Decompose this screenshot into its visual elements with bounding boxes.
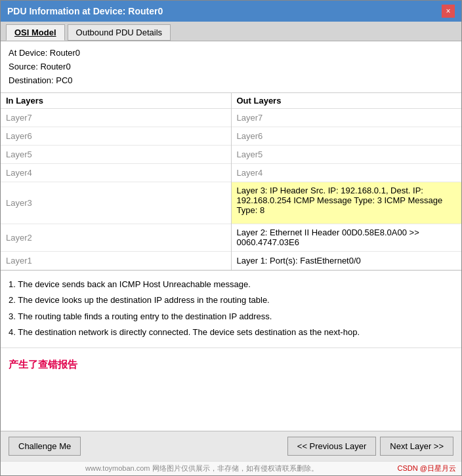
source: Source: Router0: [9, 60, 453, 74]
description-area: 1. The device sends back an ICMP Host Un…: [1, 271, 461, 347]
in-layer2: Layer2: [1, 224, 231, 252]
out-layer1[interactable]: Layer 1: Port(s): FastEthernet0/0: [232, 252, 462, 270]
previous-layer-button[interactable]: << Previous Layer: [287, 437, 377, 456]
in-layers-panel: In Layers Layer7 Layer6 Layer5 Layer4 La…: [1, 93, 232, 270]
tab-osi-model[interactable]: OSI Model: [6, 24, 65, 41]
challenge-me-button[interactable]: Challenge Me: [9, 437, 81, 456]
out-layer4: Layer4: [232, 164, 462, 182]
tab-outbound-pdu[interactable]: Outbound PDU Details: [68, 24, 171, 41]
window-title: PDU Information at Device: Router0: [7, 6, 163, 16]
out-layer6: Layer6: [232, 127, 462, 146]
footer-left: Challenge Me: [9, 437, 81, 456]
desc-1: 1. The device sends back an ICMP Host Un…: [9, 277, 453, 292]
close-button[interactable]: ×: [442, 5, 455, 18]
desc-2: 2. The device looks up the destination I…: [9, 293, 453, 307]
desc-3: 3. The routing table finds a routing ent…: [9, 309, 453, 324]
title-bar: PDU Information at Device: Router0 ×: [1, 1, 461, 22]
out-layers-header: Out Layers: [232, 93, 462, 109]
watermark-bar: www.toymoban.com 网络图片仅供展示，非存储，如有侵权请联系删除。…: [1, 461, 461, 475]
out-layer3[interactable]: Layer 3: IP Header Src. IP: 192.168.0.1,…: [232, 182, 462, 224]
out-layers-panel: Out Layers Layer7 Layer6 Layer5 Layer4 L…: [232, 93, 462, 270]
error-report: 产生了查错报告: [1, 348, 461, 431]
in-layer6: Layer6: [1, 127, 231, 146]
device-info: At Device: Router0 Source: Router0 Desti…: [1, 41, 461, 93]
csdn-label: CSDN @日星月云: [398, 464, 456, 473]
out-layer5: Layer5: [232, 146, 462, 164]
next-layer-button[interactable]: Next Layer >>: [380, 437, 453, 456]
watermark-text: www.toymoban.com 网络图片仅供展示，非存储，如有侵权请联系删除。: [85, 464, 318, 472]
in-layer1: Layer1: [1, 252, 231, 270]
footer: Challenge Me << Previous Layer Next Laye…: [1, 431, 461, 461]
out-layer2[interactable]: Layer 2: Ethernet II Header 00D0.58E8.0A…: [232, 224, 462, 252]
in-layer7: Layer7: [1, 109, 231, 127]
out-layer7: Layer7: [232, 109, 462, 127]
in-layers-header: In Layers: [1, 93, 231, 109]
destination: Destination: PC0: [9, 74, 453, 88]
tab-bar: OSI Model Outbound PDU Details: [1, 22, 461, 41]
layers-container: In Layers Layer7 Layer6 Layer5 Layer4 La…: [1, 93, 461, 271]
in-layer5: Layer5: [1, 146, 231, 164]
footer-right: << Previous Layer Next Layer >>: [287, 437, 453, 456]
desc-4: 4. The destination network is directly c…: [9, 325, 453, 340]
at-device: At Device: Router0: [9, 47, 453, 60]
in-layer4: Layer4: [1, 164, 231, 182]
main-window: PDU Information at Device: Router0 × OSI…: [0, 0, 462, 476]
in-layer3: Layer3: [1, 182, 231, 224]
